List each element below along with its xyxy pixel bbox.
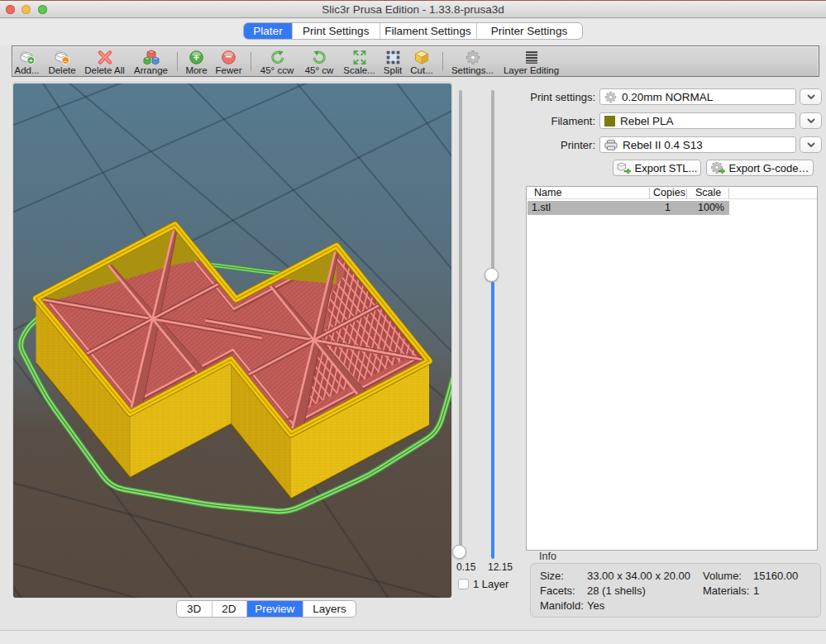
svg-text:−: − bbox=[226, 50, 232, 63]
